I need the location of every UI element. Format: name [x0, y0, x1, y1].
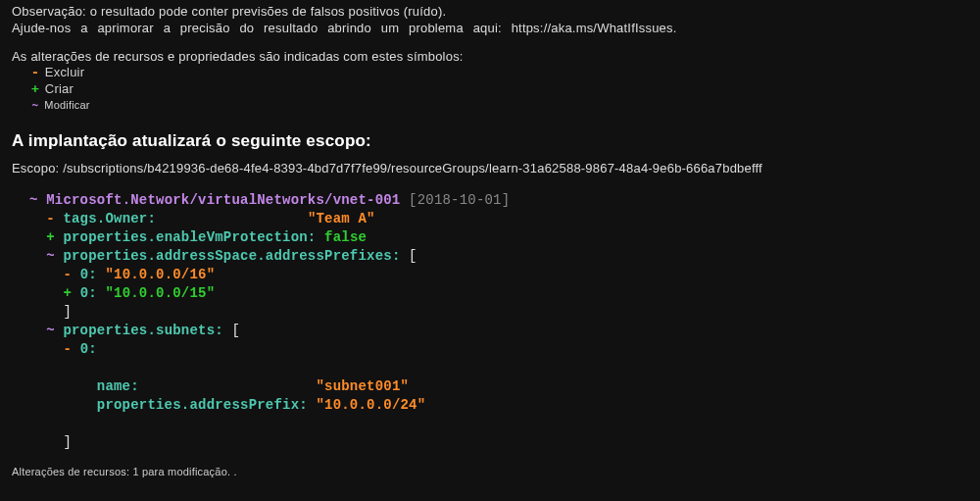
scope-value: /subscriptions/b4219936-de68-4fe4-8393-4…: [63, 161, 762, 175]
note-false-positive: Observação: o resultado pode conter prev…: [0, 0, 980, 19]
plus-icon: +: [63, 285, 72, 301]
summary-footer: Alterações de recursos: 1 para modificaç…: [0, 452, 980, 477]
prop-name: name:: [97, 378, 139, 394]
minus-icon: -: [63, 341, 72, 357]
idx-0: 0:: [80, 285, 97, 301]
scope-line: Escopo: /subscriptions/b4219936-de68-4fe…: [0, 155, 980, 185]
val-cidr-new: "10.0.0.0/15": [105, 285, 215, 301]
scope-label: Escopo:: [12, 161, 63, 175]
legend-delete: - Excluir: [12, 64, 968, 80]
bracket-open: [: [409, 248, 417, 264]
val-team-a: "Team A": [308, 211, 375, 226]
val-false: false: [324, 229, 367, 245]
bracket-open: [: [231, 323, 240, 338]
tilde-icon: ~: [46, 248, 55, 264]
val-cidr-24: "10.0.0.0/24": [316, 397, 425, 413]
minus-icon: -: [63, 267, 72, 282]
prop-addressprefix: properties.addressPrefix:: [97, 397, 308, 413]
prop-tags-owner: tags.Owner:: [63, 211, 156, 226]
pad: [139, 378, 317, 394]
prop-addressprefixes: properties.addressSpace.addressPrefixes:: [63, 248, 400, 264]
plus-icon: +: [46, 229, 55, 245]
bracket-close: ]: [63, 434, 72, 450]
legend-delete-label: Excluir: [45, 65, 84, 79]
legend-title: As alterações de recursos e propriedades…: [12, 49, 968, 64]
legend-modify-label: Modificar: [44, 99, 89, 111]
pad: [156, 211, 308, 226]
val-subnet001: "subnet001": [316, 378, 409, 394]
tilde-icon: ~: [46, 323, 55, 338]
resource-path: Microsoft.Network/virtualNetworks/vnet-0…: [46, 192, 400, 208]
legend-create: + Criar: [12, 80, 968, 97]
legend-create-label: Criar: [45, 81, 74, 96]
tilde-icon: ~: [29, 97, 41, 114]
prop-vmprotection: properties.enableVmProtection:: [63, 229, 316, 245]
minus-icon: -: [29, 64, 41, 80]
section-heading: A implantação atualizará o seguinte esco…: [0, 114, 980, 155]
bracket-close: ]: [63, 304, 72, 320]
tilde-icon: ~: [29, 192, 38, 208]
whatif-diff: ~ Microsoft.Network/virtualNetworks/vnet…: [0, 185, 980, 452]
plus-icon: +: [29, 80, 41, 97]
minus-icon: -: [46, 211, 55, 226]
idx-0: 0:: [80, 341, 97, 357]
api-version: [2018-10-01]: [409, 192, 510, 208]
idx-0: 0:: [80, 267, 97, 282]
prop-subnets: properties.subnets:: [63, 323, 222, 338]
val-cidr-old: "10.0.0.0/16": [105, 267, 215, 282]
legend-block: As alterações de recursos e propriedades…: [0, 35, 980, 114]
legend-modify: ~ Modificar: [12, 97, 968, 114]
note-feedback: Ajude-nos a aprimorar a precisão do resu…: [0, 19, 980, 35]
